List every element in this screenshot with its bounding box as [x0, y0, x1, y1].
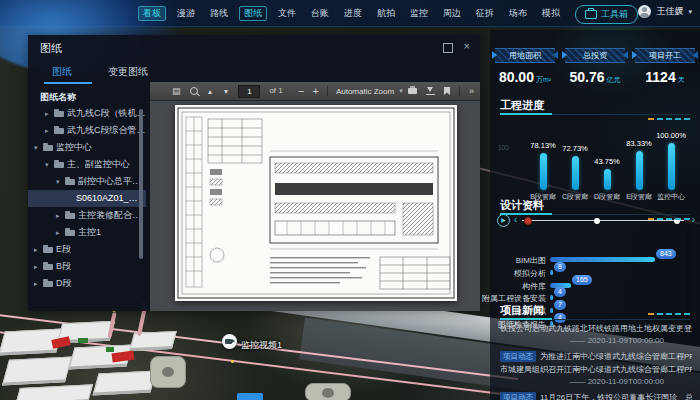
fullscreen-icon[interactable] [443, 43, 453, 53]
progress-bar [668, 143, 675, 190]
divider [459, 86, 460, 96]
pagination-dashes[interactable] [648, 313, 690, 315]
expand-icon[interactable]: ▸ [45, 122, 54, 139]
bar-category-label: 监控中心 [657, 192, 685, 202]
slider-left-arrow[interactable]: ‹ [514, 213, 517, 227]
nav-item[interactable]: 周边 [439, 7, 465, 20]
design-value-badge: 165 [572, 275, 592, 285]
nav-item[interactable]: 图纸 [239, 6, 267, 21]
page-number-input[interactable] [238, 85, 260, 98]
pagination-dashes[interactable] [648, 218, 690, 220]
design-row-label: 模拟分析 [514, 268, 546, 279]
download-icon[interactable] [426, 87, 435, 95]
news-item[interactable]: 项目动态为推进江南中心绿道武九线综合管廊工程PPP项目股权市城建局组织召开江南中… [500, 350, 692, 388]
tower-3d [305, 383, 351, 400]
news-item[interactable]: 项目动态11月26日下午，铁投公司董事长汪国珍、总经理王铁骏 [500, 391, 692, 400]
play-icon[interactable]: ▶ [497, 214, 510, 227]
design-value-badge: 4 [554, 287, 566, 297]
collapse-icon[interactable]: ▾ [34, 139, 43, 156]
expand-icon[interactable]: ▸ [56, 207, 65, 224]
toolbox-button[interactable]: 工具箱 [575, 5, 638, 24]
slider-right-arrow[interactable]: › [692, 213, 695, 227]
tree-item[interactable]: ▸主控装修配合平面... [28, 207, 146, 224]
nav-item[interactable]: 征拆 [472, 7, 498, 20]
stat-value: 80.00 [499, 69, 534, 85]
expand-icon[interactable]: ▸ [56, 224, 65, 241]
nav-item[interactable]: 进度 [340, 7, 366, 20]
top-navigation-bar: 看板漫游路线图纸文件台账进度航拍监控周边征拆场布模拟 工具箱 王佳媛 ▾ [0, 0, 700, 27]
collapse-icon[interactable]: ▾ [56, 173, 65, 190]
search-icon[interactable] [190, 87, 198, 95]
nav-item[interactable]: 文件 [274, 7, 300, 20]
nav-item[interactable]: 模拟 [538, 7, 564, 20]
tree-item[interactable]: ▾监控中心 [28, 139, 146, 156]
expand-icon[interactable]: ▸ [45, 105, 54, 122]
close-icon[interactable]: × [464, 39, 470, 53]
tab-change-drawings[interactable]: 变更图纸 [108, 65, 148, 79]
sidebar-toggle-icon[interactable]: ▤ [172, 87, 181, 96]
tree-item[interactable]: S0610AZ01_总平... [28, 190, 146, 207]
tree-item[interactable]: ▾副控中心总平2019... [28, 173, 146, 190]
drawing-page[interactable] [175, 105, 457, 301]
map-3d-building [93, 371, 157, 396]
nav-item[interactable]: 场布 [505, 7, 531, 20]
page-down-icon[interactable]: ▼ [222, 88, 229, 95]
slider-track[interactable] [522, 220, 684, 221]
bookmark-icon[interactable] [444, 87, 450, 95]
tab-drawings[interactable]: 图纸 [52, 65, 72, 84]
nav-item[interactable]: 台账 [307, 7, 333, 20]
zoom-select[interactable]: Automatic Zoom ▾ [336, 87, 403, 96]
expand-icon[interactable]: ▸ [34, 241, 43, 258]
nav-item[interactable]: 航拍 [373, 7, 399, 20]
bar-value-label: 72.73% [562, 144, 587, 153]
design-value-badge: 8 [554, 262, 566, 272]
camera-marker-label[interactable]: 监控视频1 [241, 339, 282, 352]
pdf-toolbar: ▤ ▲ ▼ of 1 − + Automatic Zoom ▾ [150, 82, 480, 101]
divider [500, 114, 690, 115]
tree-item[interactable]: ▸主控1 [28, 224, 146, 241]
zoom-out-icon[interactable]: − [298, 86, 304, 97]
nav-item[interactable]: 监控 [406, 7, 432, 20]
tree-item[interactable]: ▸武九线C段综合管廊... [28, 122, 146, 139]
more-tools-icon[interactable]: » [469, 87, 474, 96]
tree-item-label: D段 [56, 275, 72, 292]
tree-item[interactable]: ▸E段 [28, 241, 146, 258]
nav-item[interactable]: 路线 [206, 7, 232, 20]
expand-icon[interactable]: ▸ [34, 258, 43, 275]
nav-item[interactable]: 漫游 [173, 7, 199, 20]
progress-bar [604, 169, 611, 190]
nav-item[interactable]: 看板 [138, 6, 166, 21]
section-title-news: 项目新闻 [500, 303, 544, 318]
tree-item[interactable]: ▸B段 [28, 258, 146, 275]
progress-bar [540, 153, 547, 190]
news-text: 11月26日下午，铁投公司董事长汪国珍、总经理王铁骏 [540, 391, 692, 400]
section-title-design: 设计资料 [500, 198, 544, 213]
tree-item[interactable]: ▸D段 [28, 275, 146, 292]
tree-item[interactable]: ▸武九线C段（铁机路-... [28, 105, 146, 122]
tree-scrollbar[interactable] [139, 109, 143, 259]
news-item[interactable]: 铁投公司启动武九铁路北环线铁路用地土地权属变更登记工作—— 2020-11-09… [500, 322, 692, 347]
bottom-toolbar-stub[interactable] [237, 393, 263, 400]
collapse-icon[interactable]: ▾ [45, 156, 54, 173]
pdf-canvas[interactable] [150, 101, 480, 311]
print-icon[interactable] [408, 88, 417, 94]
tree-item[interactable]: ▾主、副监控中心 [28, 156, 146, 173]
design-row-label: BIM出图 [516, 255, 546, 266]
design-row: BIM出图843 [500, 253, 686, 266]
design-scrollbar[interactable] [686, 228, 691, 333]
slider-handle-start[interactable] [524, 217, 532, 225]
zoom-in-icon[interactable]: + [312, 86, 318, 97]
stat-unit: 万m² [536, 76, 551, 83]
design-row: 构件库165 [500, 279, 686, 292]
user-menu[interactable]: 王佳媛 ▾ [638, 5, 692, 18]
design-value-badge: 843 [656, 249, 676, 259]
design-bar [550, 308, 553, 313]
expand-icon[interactable]: ▸ [34, 275, 43, 292]
tree-column-header: 图纸名称 [40, 91, 76, 104]
camera-marker[interactable] [222, 334, 237, 349]
page-up-icon[interactable]: ▲ [207, 88, 214, 95]
drawings-window: 图纸 × 图纸 变更图纸 图纸名称 ▸武九线C段（铁机路-...▸武九线C段综合… [28, 35, 480, 311]
design-bar-track: 165 [550, 283, 686, 288]
design-bar [550, 270, 553, 275]
slider-handle-mid[interactable] [594, 218, 600, 224]
